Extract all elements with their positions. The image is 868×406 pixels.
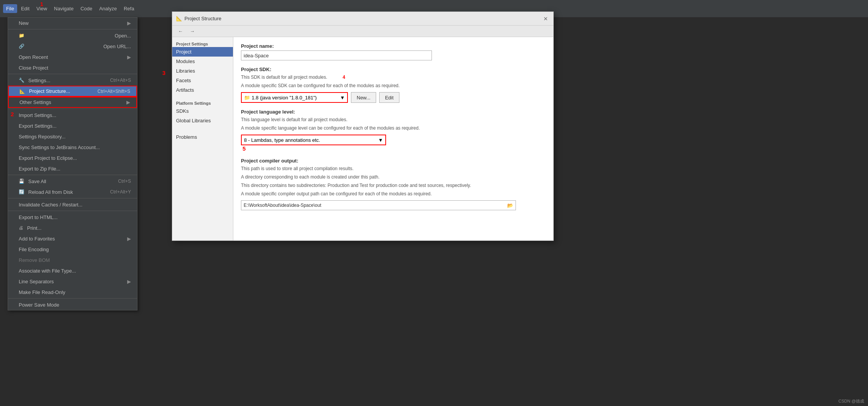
menu-item-file-encoding[interactable]: File Encoding <box>8 244 137 255</box>
dialog-title: 📐 Project Structure <box>176 16 221 21</box>
menu-item-export-zip[interactable]: Export to Zip File... <box>8 163 137 174</box>
compiler-output-label: Project compiler output: <box>241 158 546 164</box>
sidebar-item-libraries[interactable]: Libraries <box>172 66 233 76</box>
annotation-3: 3 <box>162 70 165 76</box>
menu-item-export-settings[interactable]: Export Settings... <box>8 120 137 131</box>
menu-item-add-favorites[interactable]: Add to Favorites ▶ <box>8 233 137 244</box>
folder-browse-icon[interactable]: 📂 <box>507 203 513 208</box>
sdk-dropdown[interactable]: 📁 1.8 (java version "1.8.0_181") ▼ <box>241 92 348 103</box>
dialog-sidebar: Project Settings Project Modules Librari… <box>172 37 233 240</box>
menu-item-remove-bom: Remove BOM <box>8 255 137 265</box>
language-dropdown[interactable]: 8 - Lambdas, type annotations etc. ▼ <box>241 135 386 145</box>
watermark: CSDN @德成 <box>839 398 864 404</box>
arrow-icon: ▶ <box>127 54 131 60</box>
menu-item-line-separators[interactable]: Line Separators ▶ <box>8 276 137 287</box>
compiler-path-text: E:\WorksoftAbout\idea\idea-Space\out <box>244 203 321 208</box>
language-desc-2: A module specific language level can be … <box>241 125 546 132</box>
sidebar-item-global-libraries[interactable]: Global Libraries <box>172 116 233 125</box>
project-structure-shortcut: Ctrl+Alt+Shift+S <box>97 89 130 94</box>
compiler-desc-1: This path is used to store all project c… <box>241 165 546 172</box>
dialog-content: Project name: Project SDK: This SDK is d… <box>233 37 553 240</box>
project-structure-icon: 📐 <box>19 89 25 94</box>
language-value-text: 8 - Lambdas, type annotations etc. <box>244 137 320 143</box>
menu-navigate[interactable]: Navigate <box>51 4 76 13</box>
menu-item-make-read-only[interactable]: Make File Read-Only <box>8 287 137 297</box>
sdk-new-button[interactable]: New... <box>351 92 376 103</box>
menu-item-power-save[interactable]: Power Save Mode <box>8 299 137 310</box>
reload-icon: 🔄 <box>19 189 24 195</box>
menu-file[interactable]: File <box>3 4 17 13</box>
menu-analyze[interactable]: Analyze <box>96 4 120 13</box>
dialog-back-button[interactable]: ← <box>175 27 186 35</box>
sidebar-item-problems[interactable]: Problems <box>172 132 233 142</box>
compiler-desc-2: A directory corresponding to each module… <box>241 174 546 180</box>
menu-item-invalidate-caches[interactable]: Invalidate Caches / Restart... <box>8 199 137 210</box>
sdk-folder-icon: 📁 <box>244 95 250 101</box>
project-settings-section-title: Project Settings <box>172 40 233 47</box>
menu-item-settings[interactable]: 🔧 Settings... Ctrl+Alt+S <box>8 75 137 86</box>
menu-item-new[interactable]: New ▶ <box>8 18 137 28</box>
platform-settings-section-title: Platform Settings <box>172 99 233 106</box>
menu-item-close-project[interactable]: Close Project <box>8 62 137 73</box>
arrow-icon: ▶ <box>127 236 131 242</box>
language-section: Project language level: This language le… <box>241 109 546 152</box>
menu-code[interactable]: Code <box>78 4 95 13</box>
arrow-icon: ▶ <box>126 99 130 105</box>
menu-item-export-html[interactable]: Export to HTML... <box>8 212 137 222</box>
sidebar-item-project[interactable]: Project <box>172 47 233 57</box>
separator <box>8 198 137 198</box>
sidebar-item-artifacts[interactable]: Artifacts <box>172 85 233 95</box>
annotation-2: 2 <box>11 111 14 117</box>
menu-edit[interactable]: Edit <box>18 4 32 13</box>
menu-item-import-settings[interactable]: Import Settings... <box>8 110 137 120</box>
project-name-input[interactable] <box>241 50 432 60</box>
sidebar-item-modules[interactable]: Modules <box>172 57 233 66</box>
menu-item-save-all[interactable]: 💾 Save All Ctrl+S <box>8 176 137 187</box>
menu-item-sync-settings[interactable]: Sync Settings to JetBrains Account... <box>8 142 137 153</box>
settings-shortcut: Ctrl+Alt+S <box>110 78 131 83</box>
menu-item-open-url[interactable]: 🔗 Open URL... <box>8 41 137 52</box>
menu-refactor[interactable]: Refa <box>121 4 137 13</box>
sdk-edit-button[interactable]: Edit <box>379 92 399 103</box>
menu-item-reload[interactable]: 🔄 Reload All from Disk Ctrl+Alt+Y <box>8 187 137 197</box>
sdk-dropdown-inner: 📁 1.8 (java version "1.8.0_181") <box>244 95 317 101</box>
sdk-row: 📁 1.8 (java version "1.8.0_181") ▼ New..… <box>241 92 546 103</box>
language-level-label: Project language level: <box>241 109 546 115</box>
file-dropdown-menu: New ▶ 📁 Open... 🔗 Open URL... Open Recen… <box>8 17 137 310</box>
sidebar-item-facets[interactable]: Facets <box>172 76 233 85</box>
dialog-close-button[interactable]: ✕ <box>542 15 550 23</box>
compiler-desc-4: A module specific compiler output path c… <box>241 190 546 197</box>
menu-item-print[interactable]: 🖨 Print... <box>8 222 137 233</box>
separator <box>8 29 137 29</box>
menu-item-export-eclipse[interactable]: Export Project to Eclipse... <box>8 153 137 163</box>
separator <box>8 109 137 109</box>
separator <box>8 298 137 299</box>
dialog-forward-button[interactable]: → <box>187 27 197 35</box>
language-desc-1: This language level is default for all p… <box>241 116 546 123</box>
menu-item-open[interactable]: 📁 Open... <box>8 30 137 41</box>
save-shortcut: Ctrl+S <box>118 179 131 184</box>
project-name-label: Project name: <box>241 43 546 49</box>
menu-item-associate-file-type[interactable]: Associate with File Type... <box>8 265 137 276</box>
dialog-toolbar: ← → <box>172 26 553 37</box>
separator <box>8 175 137 175</box>
language-chevron-icon: ▼ <box>378 137 383 143</box>
sdk-section: Project SDK: This SDK is default for all… <box>241 67 546 103</box>
compiler-output-row: E:\WorksoftAbout\idea\idea-Space\out 📂 <box>241 200 516 210</box>
menu-item-project-structure[interactable]: 📐 Project Structure... Ctrl+Alt+Shift+S <box>8 86 137 97</box>
reload-shortcut: Ctrl+Alt+Y <box>110 189 131 195</box>
compiler-desc-3: This directory contains two subdirectori… <box>241 182 546 189</box>
menu-item-settings-repository[interactable]: Settings Repository... <box>8 131 137 142</box>
menu-item-other-settings[interactable]: Other Settings ▶ <box>8 97 137 108</box>
sidebar-item-sdks[interactable]: SDKs <box>172 106 233 116</box>
link-icon: 🔗 <box>19 44 24 49</box>
project-sdk-label: Project SDK: <box>241 67 546 72</box>
sdk-desc-1: This SDK is default for all project modu… <box>241 74 546 81</box>
separator <box>8 74 137 74</box>
annotation-5: 5 <box>242 145 246 152</box>
arrow-icon: ▶ <box>127 279 131 284</box>
project-structure-dialog: 📐 Project Structure ✕ ← → Project Settin… <box>172 11 554 241</box>
menu-item-open-recent[interactable]: Open Recent ▶ <box>8 52 137 62</box>
annotation-4-inline: 4 <box>343 75 345 80</box>
sdk-desc-2: A module specific SDK can be configured … <box>241 82 546 89</box>
